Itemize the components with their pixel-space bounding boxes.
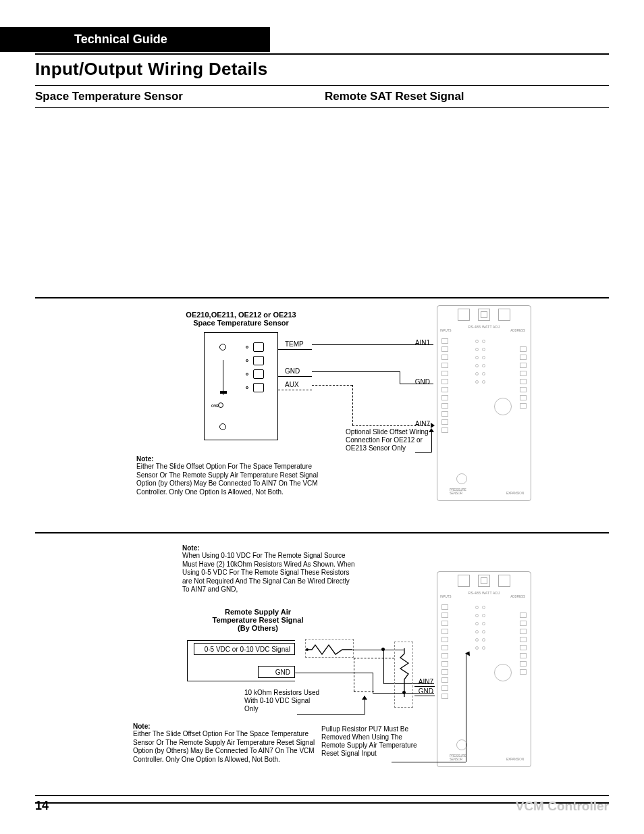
header-rule	[35, 53, 609, 55]
figure2-title-line2: Temperature Reset Signal	[200, 616, 315, 624]
wire-gnd-v	[400, 371, 400, 384]
header-tab: Technical Guide	[0, 27, 270, 52]
box-link-v	[354, 658, 354, 692]
controller-board-1: RS-485 WATT ADJ	[437, 305, 531, 501]
sensor-box: OVR	[204, 332, 278, 440]
figure1-note: Note: Either The Slide Offset Option For…	[136, 455, 325, 496]
figure2-note2: Note: Either The Slide Offset Option For…	[133, 723, 322, 764]
pullup-callout: Pullup Resistor PU7 Must Be Removed When…	[321, 725, 426, 758]
resistor2-box	[394, 642, 413, 708]
figure2-note2-label: Note:	[133, 723, 322, 730]
mount-hole-1	[219, 344, 226, 350]
figure2-note1-label: Note:	[182, 544, 358, 552]
pin-gnd	[244, 369, 264, 379]
figure-2: Note: When Using 0-10 VDC For The Remote…	[35, 533, 609, 804]
wire-gnd2-h1	[295, 673, 373, 673]
gnd-box: GND	[258, 666, 295, 678]
term2-ain7: AIN7	[413, 678, 433, 685]
pin-aux	[244, 383, 264, 392]
page-number: 14	[35, 799, 49, 814]
figure1-note-text: Either The Slide Offset Option For The S…	[136, 463, 325, 496]
controller-board-2: RS-485 WATT ADJ	[437, 571, 531, 767]
figure1-title-line1: OE210,OE211, OE212 or OE213	[170, 311, 312, 319]
figure1-callout: Optional Slide Offset Wiring Connection …	[346, 428, 433, 452]
callout-leader-h	[415, 452, 431, 453]
node-2	[402, 691, 406, 694]
res-leader	[297, 714, 365, 715]
term-ain7: AIN7	[410, 420, 430, 427]
page-title: Input/Output Wiring Details	[35, 59, 609, 80]
pin-temp	[244, 342, 264, 352]
bracket-v	[187, 640, 188, 681]
wire-gnd-h	[312, 371, 400, 372]
figure2-title-line3: (By Others)	[200, 624, 315, 632]
box-link-bot	[354, 692, 374, 692]
figure1-title: OE210,OE211, OE212 or OE213 Space Temper…	[170, 311, 312, 327]
doc-name: VCM Controller	[516, 799, 609, 814]
wire-after-r1	[352, 650, 383, 650]
pin-temp-ul	[278, 349, 312, 350]
signal-box: 0-5 VDC or 0-10 VDC Signal	[194, 643, 295, 655]
figure2-note1: Note: When Using 0-10 VDC For The Remote…	[182, 544, 358, 594]
callout-leader-v	[431, 431, 432, 452]
term2-gnd: GND	[413, 687, 433, 695]
term-ain1: AIN1	[410, 339, 430, 346]
slide-knob	[220, 391, 227, 394]
term-gnd: GND	[410, 378, 430, 386]
arrow-ain7	[431, 423, 435, 428]
wire-to-ain7-v	[383, 650, 384, 683]
res-leader-v	[365, 699, 365, 714]
pin-aux-ul	[278, 390, 312, 390]
term2-ul1	[414, 686, 435, 687]
figure2-note1-text: When Using 0-10 VDC For The Remote Signa…	[182, 552, 358, 594]
res-leader-arrow	[362, 696, 367, 700]
wire-gnd2-v	[373, 673, 373, 693]
pin-temp-label: TEMP	[285, 340, 304, 348]
figure2-title: Remote Supply Air Temperature Reset Sign…	[200, 608, 315, 632]
resistor1-box	[305, 639, 354, 658]
resistor-callout: 10 kOhm Resistors Used With 0-10 VDC Sig…	[244, 689, 325, 713]
footer: 14 VCM Controller	[35, 795, 609, 814]
box-link-top	[354, 658, 394, 658]
figure1-note-label: Note:	[136, 455, 325, 463]
section-bar: Space Temperature Sensor Remote SAT Rese…	[35, 85, 609, 108]
bracket-top	[187, 640, 295, 641]
figure-1: OE210,OE211, OE212 or OE213 Space Temper…	[35, 297, 609, 533]
section-heading-left: Space Temperature Sensor	[35, 90, 319, 103]
figure2-title-line1: Remote Supply Air	[200, 608, 315, 616]
pin-gnd-ul	[278, 376, 312, 377]
section-heading-right: Remote SAT Reset Signal	[325, 90, 609, 103]
ovr-label: OVR	[211, 404, 219, 408]
figure1-title-line2: Space Temperature Sensor	[170, 319, 312, 327]
term2-ul2	[414, 696, 435, 696]
bracket-bot	[187, 681, 295, 681]
pullup-leader-h	[392, 762, 466, 762]
pin-aux-label: AUX	[285, 381, 299, 388]
wire-aux-h1	[312, 385, 352, 386]
pin-gnd-label: GND	[285, 367, 300, 375]
ovr-button	[218, 402, 223, 408]
pin-spare1	[244, 356, 264, 365]
mount-hole-2	[219, 423, 226, 430]
slide-track	[223, 360, 223, 395]
wire-aux-v	[352, 385, 353, 425]
pullup-leader-v	[466, 654, 466, 762]
figure2-note2-text: Either The Slide Offset Option For The S…	[133, 730, 322, 764]
